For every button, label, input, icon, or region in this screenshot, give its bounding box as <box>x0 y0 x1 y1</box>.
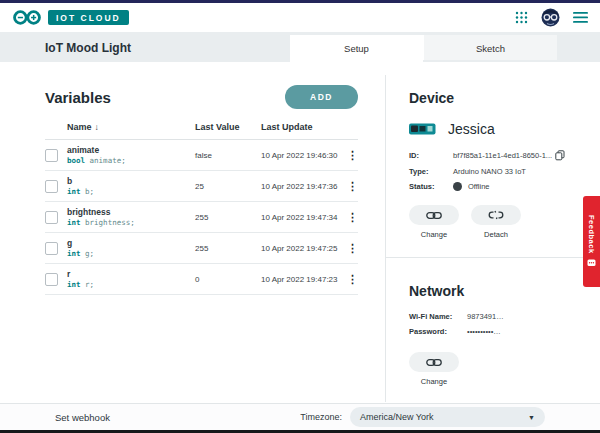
add-variable-button[interactable]: ADD <box>285 85 358 109</box>
variable-name: animate <box>67 145 195 156</box>
brand: IOT CLOUD <box>12 9 129 26</box>
change-device-button[interactable] <box>409 205 459 225</box>
network-heading: Network <box>409 283 585 299</box>
arduino-logo-icon <box>12 9 42 26</box>
status-badge: Offline <box>468 182 490 191</box>
kebab-menu-icon[interactable]: ⋮ <box>345 181 358 192</box>
table-row: brightness int brightness; 255 10 Apr 20… <box>45 202 358 233</box>
device-heading: Device <box>409 90 585 106</box>
timezone-value: America/New York <box>360 412 434 422</box>
table-row: r int r; 0 10 Apr 2022 19:47:23 ⋮ <box>45 264 358 295</box>
detach-device-label: Detach <box>484 230 508 239</box>
last-value: false <box>195 151 261 160</box>
tab-setup[interactable]: Setup <box>290 35 423 63</box>
thing-header: IoT Mood Light Setup Sketch <box>0 32 600 62</box>
variable-declaration: animate; <box>90 156 126 165</box>
table-row: b int b; 25 10 Apr 2022 19:47:36 ⋮ <box>45 171 358 202</box>
variables-panel: Variables ADD Name↓ Last Value Last Upda… <box>45 85 358 295</box>
variable-declaration: brightness; <box>85 218 135 227</box>
top-bar-actions <box>515 8 588 27</box>
table-row: animate bool animate; false 10 Apr 2022 … <box>45 140 358 171</box>
detach-device-button[interactable] <box>471 205 521 225</box>
last-update: 10 Apr 2022 19:47:23 <box>261 275 345 284</box>
iot-cloud-badge: IOT CLOUD <box>48 10 129 25</box>
status-offline-dot <box>453 182 462 191</box>
app-window: IOT CLOUD <box>0 0 600 433</box>
last-update: 10 Apr 2022 19:47:34 <box>261 213 345 222</box>
variable-declaration: g; <box>85 249 94 258</box>
device-status-label: Status: <box>409 182 453 191</box>
device-id-value: bf7f85a1-11e1-4ed1-8650-1... <box>453 151 552 160</box>
board-icon <box>409 123 436 135</box>
last-update: 10 Apr 2022 19:46:30 <box>261 151 345 160</box>
column-last-value: Last Value <box>195 122 261 132</box>
link-icon <box>426 211 442 220</box>
tab-sketch[interactable]: Sketch <box>423 35 557 60</box>
password-value: ••••••••••… <box>467 327 501 336</box>
user-avatar[interactable] <box>541 8 560 27</box>
change-network-button[interactable] <box>409 352 459 372</box>
variable-type: int <box>67 249 81 258</box>
variable-type: int <box>67 218 81 227</box>
page-title: IoT Mood Light <box>45 41 131 55</box>
vertical-divider <box>385 75 386 402</box>
row-checkbox[interactable] <box>45 180 58 193</box>
feedback-label: Feedback <box>587 215 596 254</box>
menu-icon[interactable] <box>573 12 588 23</box>
column-last-update: Last Update <box>261 122 345 132</box>
horizontal-divider <box>386 257 600 258</box>
device-panel: Device Jessica ID: bf7f85a1-11e1-4ed1-86… <box>409 90 585 239</box>
variable-type: bool <box>67 156 85 165</box>
caret-down-icon: ▼ <box>528 414 535 421</box>
last-value: 25 <box>195 182 261 191</box>
feedback-comment-icon <box>587 259 596 268</box>
sort-down-icon: ↓ <box>95 122 99 132</box>
row-checkbox[interactable] <box>45 273 58 286</box>
kebab-menu-icon[interactable]: ⋮ <box>345 150 358 161</box>
device-name: Jessica <box>448 121 495 137</box>
set-webhook-link[interactable]: Set webhook <box>55 412 110 423</box>
network-panel: Network Wi-Fi Name: 9873491… Password: •… <box>409 283 585 386</box>
feedback-tab[interactable]: Feedback <box>583 196 600 287</box>
variable-name: g <box>67 238 195 249</box>
last-value: 255 <box>195 244 261 253</box>
timezone-select[interactable]: America/New York ▼ <box>350 407 545 427</box>
footer-bar: Set webhook Timezone: America/New York ▼ <box>0 403 600 430</box>
variables-heading: Variables <box>45 89 111 106</box>
main-content: Variables ADD Name↓ Last Value Last Upda… <box>0 62 600 402</box>
variable-name: b <box>67 176 195 187</box>
apps-grid-icon[interactable] <box>515 11 528 24</box>
table-row: g int g; 255 10 Apr 2022 19:47:25 ⋮ <box>45 233 358 264</box>
wifi-name-label: Wi-Fi Name: <box>409 312 467 321</box>
table-header: Name↓ Last Value Last Update <box>45 122 358 140</box>
device-type-value: Arduino NANO 33 IoT <box>453 167 526 176</box>
device-id-label: ID: <box>409 151 453 160</box>
row-checkbox[interactable] <box>45 211 58 224</box>
wifi-name-value: 9873491… <box>467 312 504 321</box>
last-value: 255 <box>195 213 261 222</box>
kebab-menu-icon[interactable]: ⋮ <box>345 243 358 254</box>
variable-name: r <box>67 269 195 280</box>
variable-type: int <box>67 187 81 196</box>
column-name[interactable]: Name <box>67 122 92 132</box>
change-network-label: Change <box>421 377 447 386</box>
kebab-menu-icon[interactable]: ⋮ <box>345 212 358 223</box>
variable-declaration: r; <box>85 280 94 289</box>
kebab-menu-icon[interactable]: ⋮ <box>345 274 358 285</box>
timezone-label: Timezone: <box>300 412 342 422</box>
last-update: 10 Apr 2022 19:47:25 <box>261 244 345 253</box>
row-checkbox[interactable] <box>45 149 58 162</box>
link-icon <box>426 358 442 367</box>
password-label: Password: <box>409 327 467 336</box>
variable-type: int <box>67 280 81 289</box>
top-bar: IOT CLOUD <box>0 3 600 32</box>
last-value: 0 <box>195 275 261 284</box>
variable-name: brightness <box>67 207 195 218</box>
change-device-label: Change <box>421 230 447 239</box>
variable-declaration: b; <box>85 187 94 196</box>
copy-icon[interactable] <box>555 150 565 161</box>
last-update: 10 Apr 2022 19:47:36 <box>261 182 345 191</box>
row-checkbox[interactable] <box>45 242 58 255</box>
device-type-label: Type: <box>409 167 453 176</box>
broken-link-icon <box>488 210 504 220</box>
